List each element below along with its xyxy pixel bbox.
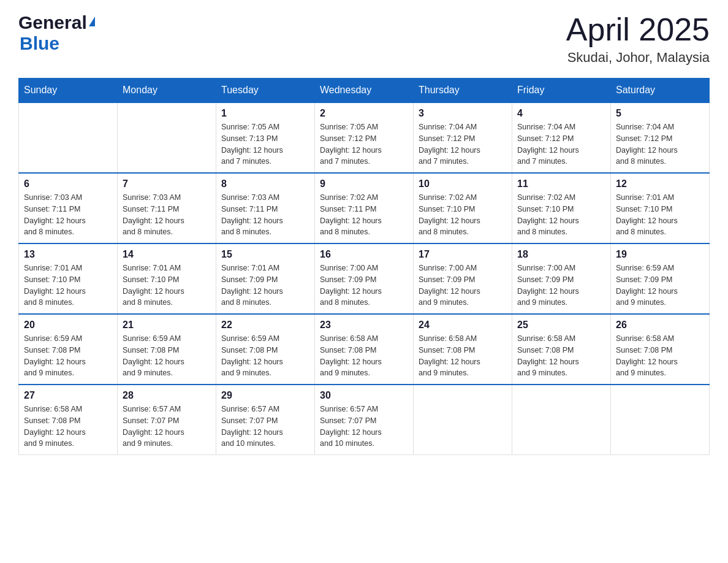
day-number: 7 <box>123 178 211 190</box>
day-info: Sunrise: 6:59 AM Sunset: 7:08 PM Dayligh… <box>24 333 112 379</box>
day-info: Sunrise: 6:58 AM Sunset: 7:08 PM Dayligh… <box>616 333 704 379</box>
day-info: Sunrise: 7:03 AM Sunset: 7:11 PM Dayligh… <box>221 192 309 238</box>
day-number: 24 <box>419 320 507 331</box>
day-number: 12 <box>616 178 704 190</box>
day-number: 21 <box>123 320 211 331</box>
day-info: Sunrise: 7:01 AM Sunset: 7:10 PM Dayligh… <box>123 262 211 308</box>
day-number: 26 <box>616 320 704 331</box>
calendar-table: SundayMondayTuesdayWednesdayThursdayFrid… <box>18 78 710 455</box>
calendar-cell: 4Sunrise: 7:04 AM Sunset: 7:12 PM Daylig… <box>512 102 611 173</box>
day-number: 19 <box>616 249 704 260</box>
calendar-cell: 5Sunrise: 7:04 AM Sunset: 7:12 PM Daylig… <box>611 102 710 173</box>
day-number: 8 <box>221 178 309 190</box>
logo: General Blue <box>18 12 95 54</box>
day-info: Sunrise: 7:03 AM Sunset: 7:11 PM Dayligh… <box>123 192 211 238</box>
day-info: Sunrise: 6:57 AM Sunset: 7:07 PM Dayligh… <box>123 404 211 450</box>
calendar-cell: 16Sunrise: 7:00 AM Sunset: 7:09 PM Dayli… <box>315 243 414 314</box>
day-number: 3 <box>419 108 507 119</box>
calendar-cell: 15Sunrise: 7:01 AM Sunset: 7:09 PM Dayli… <box>216 243 315 314</box>
calendar-cell: 24Sunrise: 6:58 AM Sunset: 7:08 PM Dayli… <box>414 314 512 385</box>
day-info: Sunrise: 7:02 AM Sunset: 7:10 PM Dayligh… <box>419 192 507 238</box>
calendar-cell: 25Sunrise: 6:58 AM Sunset: 7:08 PM Dayli… <box>512 314 611 385</box>
day-info: Sunrise: 7:01 AM Sunset: 7:10 PM Dayligh… <box>24 262 112 308</box>
day-info: Sunrise: 6:57 AM Sunset: 7:07 PM Dayligh… <box>221 404 309 450</box>
calendar-header-row: SundayMondayTuesdayWednesdayThursdayFrid… <box>19 79 710 103</box>
day-number: 1 <box>221 108 309 119</box>
day-info: Sunrise: 6:59 AM Sunset: 7:09 PM Dayligh… <box>616 262 704 308</box>
logo-blue-text: Blue <box>20 33 59 53</box>
calendar-cell: 30Sunrise: 6:57 AM Sunset: 7:07 PM Dayli… <box>315 385 414 455</box>
day-number: 18 <box>517 249 605 260</box>
calendar-cell: 6Sunrise: 7:03 AM Sunset: 7:11 PM Daylig… <box>19 173 118 243</box>
location-subtitle: Skudai, Johor, Malaysia <box>566 50 710 66</box>
page-header: General Blue April 2025 Skudai, Johor, M… <box>18 12 710 66</box>
day-info: Sunrise: 7:01 AM Sunset: 7:10 PM Dayligh… <box>616 192 704 238</box>
calendar-cell <box>512 385 611 455</box>
day-number: 9 <box>320 178 408 190</box>
day-info: Sunrise: 7:05 AM Sunset: 7:12 PM Dayligh… <box>320 121 408 167</box>
page-title: April 2025 <box>566 12 710 47</box>
calendar-weekday-sunday: Sunday <box>19 79 118 103</box>
day-number: 2 <box>320 108 408 119</box>
week-row-3: 13Sunrise: 7:01 AM Sunset: 7:10 PM Dayli… <box>19 243 710 314</box>
day-info: Sunrise: 7:00 AM Sunset: 7:09 PM Dayligh… <box>320 262 408 308</box>
calendar-cell <box>118 102 216 173</box>
calendar-cell: 21Sunrise: 6:59 AM Sunset: 7:08 PM Dayli… <box>118 314 216 385</box>
day-number: 16 <box>320 249 408 260</box>
day-number: 5 <box>616 108 704 119</box>
day-info: Sunrise: 7:03 AM Sunset: 7:11 PM Dayligh… <box>24 192 112 238</box>
day-info: Sunrise: 7:05 AM Sunset: 7:13 PM Dayligh… <box>221 121 309 167</box>
day-info: Sunrise: 6:59 AM Sunset: 7:08 PM Dayligh… <box>221 333 309 379</box>
week-row-1: 1Sunrise: 7:05 AM Sunset: 7:13 PM Daylig… <box>19 102 710 173</box>
day-number: 4 <box>517 108 605 119</box>
calendar-cell: 23Sunrise: 6:58 AM Sunset: 7:08 PM Dayli… <box>315 314 414 385</box>
day-info: Sunrise: 6:57 AM Sunset: 7:07 PM Dayligh… <box>320 404 408 450</box>
calendar-cell: 13Sunrise: 7:01 AM Sunset: 7:10 PM Dayli… <box>19 243 118 314</box>
calendar-cell: 29Sunrise: 6:57 AM Sunset: 7:07 PM Dayli… <box>216 385 315 455</box>
calendar-cell: 19Sunrise: 6:59 AM Sunset: 7:09 PM Dayli… <box>611 243 710 314</box>
calendar-cell: 7Sunrise: 7:03 AM Sunset: 7:11 PM Daylig… <box>118 173 216 243</box>
calendar-cell <box>19 102 118 173</box>
calendar-cell <box>414 385 512 455</box>
day-number: 28 <box>123 390 211 401</box>
day-info: Sunrise: 6:58 AM Sunset: 7:08 PM Dayligh… <box>24 404 112 450</box>
calendar-cell: 1Sunrise: 7:05 AM Sunset: 7:13 PM Daylig… <box>216 102 315 173</box>
day-number: 27 <box>24 390 112 401</box>
calendar-cell: 17Sunrise: 7:00 AM Sunset: 7:09 PM Dayli… <box>414 243 512 314</box>
day-info: Sunrise: 6:59 AM Sunset: 7:08 PM Dayligh… <box>123 333 211 379</box>
day-number: 10 <box>419 178 507 190</box>
calendar-cell: 27Sunrise: 6:58 AM Sunset: 7:08 PM Dayli… <box>19 385 118 455</box>
day-info: Sunrise: 7:01 AM Sunset: 7:09 PM Dayligh… <box>221 262 309 308</box>
day-number: 25 <box>517 320 605 331</box>
calendar-cell: 14Sunrise: 7:01 AM Sunset: 7:10 PM Dayli… <box>118 243 216 314</box>
day-number: 17 <box>419 249 507 260</box>
calendar-cell: 20Sunrise: 6:59 AM Sunset: 7:08 PM Dayli… <box>19 314 118 385</box>
day-info: Sunrise: 6:58 AM Sunset: 7:08 PM Dayligh… <box>419 333 507 379</box>
week-row-5: 27Sunrise: 6:58 AM Sunset: 7:08 PM Dayli… <box>19 385 710 455</box>
calendar-cell: 12Sunrise: 7:01 AM Sunset: 7:10 PM Dayli… <box>611 173 710 243</box>
calendar-weekday-tuesday: Tuesday <box>216 79 315 103</box>
day-number: 22 <box>221 320 309 331</box>
day-info: Sunrise: 6:58 AM Sunset: 7:08 PM Dayligh… <box>517 333 605 379</box>
calendar-cell: 3Sunrise: 7:04 AM Sunset: 7:12 PM Daylig… <box>414 102 512 173</box>
week-row-2: 6Sunrise: 7:03 AM Sunset: 7:11 PM Daylig… <box>19 173 710 243</box>
calendar-cell: 2Sunrise: 7:05 AM Sunset: 7:12 PM Daylig… <box>315 102 414 173</box>
day-info: Sunrise: 7:04 AM Sunset: 7:12 PM Dayligh… <box>419 121 507 167</box>
day-info: Sunrise: 6:58 AM Sunset: 7:08 PM Dayligh… <box>320 333 408 379</box>
logo-general-text: General <box>18 12 87 33</box>
calendar-cell: 22Sunrise: 6:59 AM Sunset: 7:08 PM Dayli… <box>216 314 315 385</box>
calendar-weekday-friday: Friday <box>512 79 611 103</box>
week-row-4: 20Sunrise: 6:59 AM Sunset: 7:08 PM Dayli… <box>19 314 710 385</box>
calendar-cell: 11Sunrise: 7:02 AM Sunset: 7:10 PM Dayli… <box>512 173 611 243</box>
day-number: 20 <box>24 320 112 331</box>
day-number: 13 <box>24 249 112 260</box>
calendar-cell: 9Sunrise: 7:02 AM Sunset: 7:11 PM Daylig… <box>315 173 414 243</box>
day-info: Sunrise: 7:02 AM Sunset: 7:10 PM Dayligh… <box>517 192 605 238</box>
logo-arrow-icon <box>89 17 95 26</box>
day-info: Sunrise: 7:04 AM Sunset: 7:12 PM Dayligh… <box>616 121 704 167</box>
day-number: 11 <box>517 178 605 190</box>
day-info: Sunrise: 7:04 AM Sunset: 7:12 PM Dayligh… <box>517 121 605 167</box>
day-number: 23 <box>320 320 408 331</box>
day-number: 15 <box>221 249 309 260</box>
day-info: Sunrise: 7:00 AM Sunset: 7:09 PM Dayligh… <box>517 262 605 308</box>
